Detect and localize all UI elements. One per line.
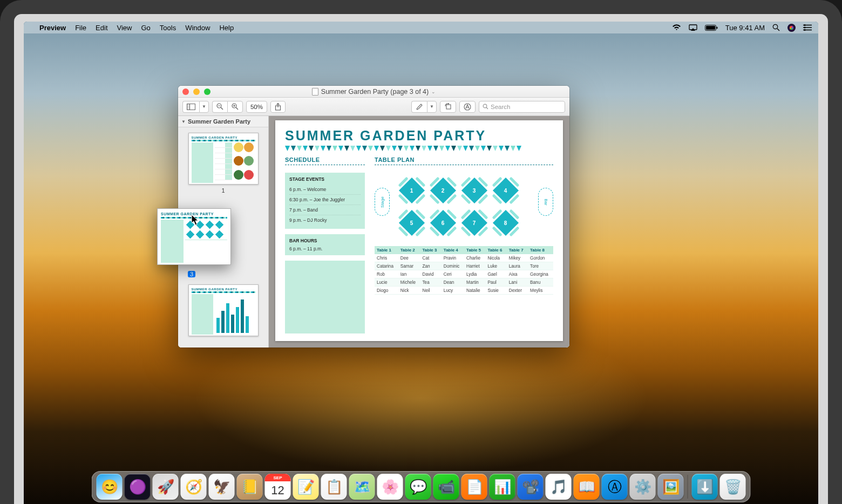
page-thumbnail-4[interactable]: SUMMER GARDEN PARTY	[188, 284, 259, 336]
app-menu[interactable]: Preview	[39, 24, 66, 32]
wifi-icon[interactable]	[672, 24, 681, 31]
table-row: LucieMicheleTeaDeanMartinPaulLaniBanu	[375, 278, 553, 287]
table-row: CatarinaSamarZanDominicHarrietLukeLauraT…	[375, 262, 553, 270]
rotate-button[interactable]	[440, 101, 456, 113]
share-button[interactable]	[270, 101, 286, 113]
document-proxy-icon[interactable]	[312, 88, 318, 96]
search-field[interactable]: Search	[479, 101, 565, 113]
dock-photos[interactable]: 🌸	[377, 474, 403, 500]
dock-preview[interactable]: 🖼️	[658, 474, 684, 500]
airplay-icon[interactable]	[689, 24, 697, 31]
stage-shape: Stage	[375, 188, 390, 216]
page-thumbnail-1[interactable]: SUMMER GARDEN PARTY	[188, 133, 259, 185]
menubar: Preview File Edit View Go Tools Window H…	[24, 22, 818, 33]
minimize-button[interactable]	[193, 88, 200, 95]
menu-file[interactable]: File	[75, 24, 86, 32]
zoom-out-button[interactable]	[212, 101, 227, 113]
siri-icon[interactable]	[787, 24, 796, 32]
toolbar: ▼ 50% ▼ Search	[178, 98, 569, 116]
highlight-button[interactable]	[411, 101, 427, 113]
highlight-menu[interactable]: ▼	[427, 101, 437, 113]
spotlight-icon[interactable]	[772, 24, 780, 31]
svg-point-9	[804, 24, 806, 26]
dock-itunes[interactable]: 🎵	[546, 474, 572, 500]
stage-events-box: STAGE EVENTS 6 p.m. – Welcome 6:30 p.m. …	[285, 173, 365, 229]
dock-pages[interactable]: 📄	[461, 474, 487, 500]
dock-mail[interactable]: 🦅	[209, 474, 235, 500]
bar-shape: Bar	[538, 188, 553, 216]
markup-button[interactable]	[459, 101, 476, 113]
dock-contacts[interactable]: 📒	[237, 474, 263, 500]
dock-appstore[interactable]: Ⓐ	[602, 474, 628, 500]
tables-diagram: Stage Bar 12345678	[375, 172, 553, 242]
menu-go[interactable]: Go	[141, 24, 150, 32]
bunting-decoration	[285, 146, 553, 152]
bar-hours-box: BAR HOURS 6 p.m. – 11 p.m.	[285, 234, 365, 255]
maximize-button[interactable]	[204, 88, 210, 95]
menu-edit[interactable]: Edit	[96, 24, 107, 32]
dock-downloads[interactable]: ⬇️	[692, 474, 718, 500]
menu-help[interactable]: Help	[219, 24, 234, 32]
svg-point-11	[804, 29, 806, 31]
zoom-level[interactable]: 50%	[246, 101, 267, 113]
page-canvas: SUMMER GARDEN PARTY SCHEDULE STAGE EVENT…	[275, 120, 563, 341]
sidebar-document-header[interactable]: Summer Garden Party	[178, 116, 268, 127]
search-placeholder: Search	[491, 104, 510, 110]
svg-rect-3	[716, 26, 717, 29]
svg-line-20	[236, 107, 238, 110]
table-2: 2	[430, 178, 456, 203]
menu-window[interactable]: Window	[185, 24, 210, 32]
doc-title: SUMMER GARDEN PARTY	[285, 128, 553, 144]
dock: 😊🟣🚀🧭🦅📒SEP12📝📋🗺️🌸💬📹📄📊📽️🎵📖Ⓐ⚙️🖼️⬇️🗑️	[92, 471, 751, 502]
dock-finder[interactable]: 😊	[97, 474, 123, 500]
svg-rect-2	[706, 26, 715, 30]
svg-point-26	[483, 104, 487, 108]
dock-ibooks[interactable]: 📖	[574, 474, 600, 500]
dock-maps[interactable]: 🗺️	[349, 474, 375, 500]
notification-center-icon[interactable]	[803, 24, 812, 31]
svg-point-4	[773, 24, 777, 29]
svg-point-10	[804, 27, 806, 29]
sidebar-view-button[interactable]	[182, 101, 199, 113]
dock-calendar[interactable]: SEP12	[265, 474, 291, 500]
dock-safari[interactable]: 🧭	[181, 474, 207, 500]
sidebar-view-menu[interactable]: ▼	[199, 101, 209, 113]
table-row: RobIanDavidCeriLydiaGaelAixaGeorgina	[375, 270, 553, 278]
table-3: 3	[461, 178, 487, 203]
svg-rect-23	[446, 105, 451, 109]
table-7: 7	[461, 210, 487, 236]
dock-trash[interactable]: 🗑️	[720, 474, 746, 500]
zoom-in-button[interactable]	[227, 101, 243, 113]
dock-reminders[interactable]: 📋	[321, 474, 347, 500]
menu-view[interactable]: View	[117, 24, 132, 32]
svg-line-27	[486, 107, 488, 109]
dock-numbers[interactable]: 📊	[490, 474, 515, 500]
table-row: DiogoNickNeilLucyNatalieSusieDexterMeyli…	[375, 287, 553, 295]
table-row: ChrisDeeCatPravinCharlieNicolaMikeyGordo…	[375, 254, 553, 262]
table-1: 1	[399, 178, 425, 203]
svg-line-5	[777, 29, 779, 31]
preview-window: Summer Garden Party (page 3 of 4) ⌄ ▼ 50…	[178, 86, 569, 348]
titlebar[interactable]: Summer Garden Party (page 3 of 4) ⌄	[178, 86, 569, 98]
table-8: 8	[493, 210, 519, 236]
dock-sysprefs[interactable]: ⚙️	[630, 474, 656, 500]
battery-icon[interactable]	[705, 25, 718, 31]
dock-messages[interactable]: 💬	[405, 474, 431, 500]
close-button[interactable]	[182, 88, 189, 95]
menu-tools[interactable]: Tools	[160, 24, 176, 32]
dock-notes[interactable]: 📝	[293, 474, 319, 500]
dock-facetime[interactable]: 📹	[433, 474, 459, 500]
dock-keynote[interactable]: 📽️	[518, 474, 544, 500]
schedule-heading: SCHEDULE	[285, 156, 365, 165]
tableplan-heading: TABLE PLAN	[375, 156, 553, 165]
menubar-clock[interactable]: Tue 9:41 AM	[725, 24, 765, 32]
svg-line-16	[221, 107, 223, 110]
page-number-1: 1	[221, 187, 225, 194]
dock-launchpad[interactable]: 🚀	[153, 474, 179, 500]
mouse-cursor	[192, 215, 200, 226]
dock-siri[interactable]: 🟣	[125, 474, 151, 500]
title-dropdown-icon[interactable]: ⌄	[431, 89, 436, 94]
page-number-badge-3: 3	[188, 271, 195, 277]
svg-rect-13	[187, 104, 190, 110]
table-6: 6	[430, 210, 456, 236]
